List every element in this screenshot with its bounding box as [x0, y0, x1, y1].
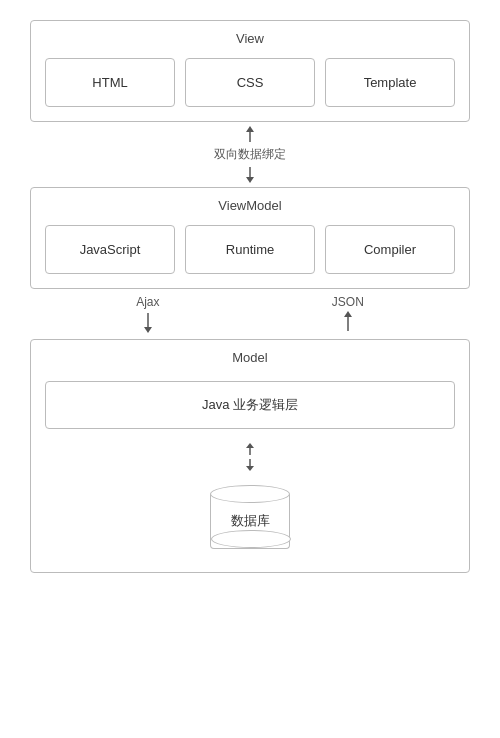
split-arrow-section: Ajax JSON: [30, 291, 470, 337]
view-item-template: Template: [325, 58, 455, 107]
svg-marker-11: [246, 466, 254, 471]
java-box: Java 业务逻辑层: [45, 381, 455, 429]
svg-marker-1: [246, 126, 254, 132]
svg-marker-5: [144, 327, 152, 333]
svg-marker-7: [344, 311, 352, 317]
view-item-html: HTML: [45, 58, 175, 107]
db-top-ellipse: [210, 485, 290, 503]
viewmodel-item-compiler: Compiler: [325, 225, 455, 274]
viewmodel-title: ViewModel: [45, 198, 455, 213]
model-layer: Model Java 业务逻辑层 数据库: [30, 339, 470, 573]
ajax-arrow-icon: [140, 311, 156, 333]
down-arrow-icon: [242, 165, 258, 183]
inner-up-arrow-icon: [242, 443, 258, 457]
svg-marker-9: [246, 443, 254, 448]
inner-arrow-section: [242, 443, 258, 471]
db-bottom-ellipse: [211, 530, 291, 548]
json-arrow-icon: [340, 311, 356, 333]
model-title: Model: [45, 350, 455, 365]
db-label: 数据库: [231, 512, 270, 530]
view-title: View: [45, 31, 455, 46]
svg-marker-3: [246, 177, 254, 183]
view-layer: View HTML CSS Template: [30, 20, 470, 122]
json-label: JSON: [332, 295, 364, 309]
diagram-wrapper: View HTML CSS Template 双向数据绑定 ViewModel …: [30, 20, 470, 573]
viewmodel-item-js: JavaScript: [45, 225, 175, 274]
database-container: 数据库: [210, 485, 290, 558]
view-items: HTML CSS Template: [45, 58, 455, 107]
double-arrow-section: 双向数据绑定: [214, 126, 286, 183]
inner-down-arrow-icon: [242, 457, 258, 471]
viewmodel-items: JavaScript Runtime Compiler: [45, 225, 455, 274]
ajax-label: Ajax: [136, 295, 159, 309]
viewmodel-item-runtime: Runtime: [185, 225, 315, 274]
database-cylinder: 数据库: [210, 485, 290, 558]
double-arrow-label: 双向数据绑定: [214, 146, 286, 163]
up-arrow-icon: [242, 126, 258, 144]
ajax-arrow-item: Ajax: [136, 295, 159, 333]
model-inner: Java 业务逻辑层 数据库: [45, 377, 455, 558]
json-arrow-item: JSON: [332, 295, 364, 333]
viewmodel-layer: ViewModel JavaScript Runtime Compiler: [30, 187, 470, 289]
view-item-css: CSS: [185, 58, 315, 107]
